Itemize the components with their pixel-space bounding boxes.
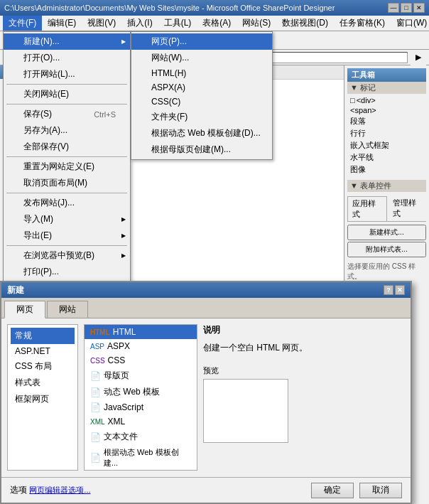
tag-para-label: 段落	[350, 116, 366, 127]
menu-tools[interactable]: 工具(L)	[158, 16, 197, 31]
menu-open-item[interactable]: 打开(O)...	[4, 50, 130, 66]
menu-save-item[interactable]: 保存(S) Ctrl+S	[4, 106, 130, 122]
submenu-css[interactable]: CSS(C)	[131, 95, 272, 109]
dialog-footer: 选项 网页编辑器选项... 确定 取消	[1, 477, 411, 503]
filetype-build-dynamic[interactable]: 📄 根据动态 Web 模板创建...	[85, 445, 197, 471]
tags-title: ▼ 标记	[347, 82, 426, 94]
build-dynamic-icon: 📄	[90, 453, 101, 463]
editor-options-link[interactable]: 网页编辑器选项...	[29, 486, 90, 494]
menu-file[interactable]: 文件(F)	[3, 16, 42, 31]
tag-div-icon: □	[350, 96, 355, 104]
attach-stylesheet-btn[interactable]: 附加样式表...	[347, 242, 426, 257]
filetype-js[interactable]: 📄 JavaScript	[85, 400, 197, 414]
menu-closesite-item[interactable]: 关闭网站(E)	[4, 86, 130, 102]
filetype-dynamic[interactable]: 📄 动态 Web 模板	[85, 384, 197, 400]
filetype-aspx[interactable]: ASP ASPX	[85, 339, 197, 353]
tag-img[interactable]: 图像	[347, 163, 426, 176]
maximize-button[interactable]: □	[401, 3, 412, 13]
footer-left: 选项 网页编辑器选项...	[10, 484, 91, 496]
close-button[interactable]: ✕	[413, 3, 425, 13]
tag-span[interactable]: <span>	[347, 105, 426, 115]
js-label: JavaScript	[104, 402, 143, 412]
submenu-webpage[interactable]: 网页(P)...	[131, 33, 272, 50]
dialog-ok-btn[interactable]: 确定	[311, 483, 354, 498]
filetype-css[interactable]: CSS CSS	[85, 353, 197, 368]
menu-opensite-item[interactable]: 打开网站(L)...	[4, 66, 130, 82]
menu-preview-item[interactable]: 在浏览器中预览(B)	[4, 247, 130, 264]
footer-buttons: 确定 取消	[311, 483, 402, 498]
filetype-xml[interactable]: XML XML	[85, 414, 197, 429]
sep2	[6, 104, 127, 104]
dialog-tab-webpage[interactable]: 网页	[4, 301, 45, 318]
xml-label: XML	[108, 417, 126, 427]
menu-bar: 文件(F) 编辑(E) 视图(V) 插入(I) 工具(L) 表格(A) 网站(S…	[0, 16, 429, 31]
xml-icon: XML	[90, 418, 105, 426]
tag-hr-label: 水平线	[350, 152, 374, 163]
cat-general[interactable]: 常规	[11, 328, 75, 344]
menu-print-item[interactable]: 打印(P)...	[4, 264, 130, 280]
dialog-close-btn[interactable]: ✕	[395, 285, 405, 295]
menu-resetsite-item[interactable]: 重置为网站定义(E)	[4, 159, 130, 175]
submenu-html[interactable]: HTML(H)	[131, 66, 272, 80]
options-label: 选项	[10, 485, 27, 495]
sep1	[6, 84, 127, 85]
menu-taskpane[interactable]: 任务窗格(K)	[334, 16, 391, 31]
dialog-cancel-btn[interactable]: 取消	[359, 483, 402, 498]
menu-insert[interactable]: 插入(I)	[121, 16, 158, 31]
tag-line[interactable]: 行行	[347, 127, 426, 139]
tag-iframe[interactable]: 嵌入式框架	[347, 139, 426, 151]
submenu-folder[interactable]: 文件夹(F)	[131, 109, 272, 125]
menu-table[interactable]: 表格(A)	[197, 16, 237, 31]
tag-para[interactable]: 段落	[347, 115, 426, 127]
dialog-description-area: 说明 创建一个空白 HTML 网页。 预览	[203, 324, 405, 471]
menu-dataview[interactable]: 数据视图(D)	[276, 16, 334, 31]
dialog-categories: 常规 ASP.NET CSS 布局 样式表 框架网页	[7, 324, 78, 471]
tab-manage-style[interactable]: 管理样式	[389, 196, 427, 221]
minimize-button[interactable]: —	[388, 3, 399, 13]
tags-section: ▼ 标记 □ <div> <span> 段落 行行 嵌入式框架 水平线 图像	[347, 82, 426, 176]
submenu-master-page[interactable]: 根据母版页创建(M)...	[131, 141, 272, 158]
aspx-label: ASPX	[107, 341, 130, 351]
menu-edit[interactable]: 编辑(E)	[42, 16, 82, 31]
menu-export-item[interactable]: 导出(E)	[4, 227, 130, 244]
menu-new-item[interactable]: 新建(N)...	[4, 33, 130, 50]
tag-hr[interactable]: 水平线	[347, 151, 426, 163]
new-style-btn[interactable]: 新建样式...	[347, 225, 426, 240]
menu-import-item[interactable]: 导入(M)	[4, 211, 130, 227]
filetype-html[interactable]: HTML HTML	[85, 325, 197, 339]
dialog-title-text: 新建	[7, 284, 24, 296]
desc-title: 说明	[203, 324, 405, 336]
new-submenu: 网页(P)... 网站(W)... HTML(H) ASPX(A) CSS(C)…	[131, 31, 273, 160]
menu-publish-item[interactable]: 发布网站(J)...	[4, 195, 130, 211]
dialog-tab-website[interactable]: 网站	[47, 301, 88, 318]
html-label: HTML	[113, 327, 136, 337]
menu-cancellayout-item[interactable]: 取消页面布局(M)	[4, 175, 130, 191]
cat-frames[interactable]: 框架网页	[11, 391, 75, 407]
filetype-txt[interactable]: 📄 文本文件	[85, 429, 197, 445]
submenu-dynamic-template[interactable]: 根据动态 Web 模板创建(D)...	[131, 125, 272, 141]
menu-saveall-item[interactable]: 全部保存(V)	[4, 139, 130, 155]
dialog-help-btn[interactable]: ?	[384, 285, 393, 295]
menu-saveas-item[interactable]: 另存为(A)...	[4, 122, 130, 139]
menu-site[interactable]: 网站(S)	[237, 16, 276, 31]
submenu-website[interactable]: 网站(W)...	[131, 50, 272, 66]
submenu-aspx[interactable]: ASPX(A)	[131, 80, 272, 95]
tag-div[interactable]: □ <div>	[347, 95, 426, 105]
dialog-tabs: 网页 网站	[1, 298, 411, 318]
sep4	[6, 193, 127, 193]
dialog-body: 常规 ASP.NET CSS 布局 样式表 框架网页 HTML HTML ASP…	[1, 318, 411, 476]
html-icon: HTML	[90, 328, 110, 336]
cat-aspnet[interactable]: ASP.NET	[11, 344, 75, 358]
tag-iframe-label: 嵌入式框架	[350, 140, 389, 151]
tag-div-label: <div>	[357, 96, 376, 104]
tab-apply-style[interactable]: 应用样式	[347, 196, 387, 221]
form-section: ▼ 表单控件	[347, 180, 426, 192]
txt-icon: 📄	[90, 432, 101, 442]
dialog-title-bar: 新建 ? ✕	[1, 282, 411, 298]
filetype-master[interactable]: 📄 母版页	[85, 368, 197, 384]
menu-view[interactable]: 视图(V)	[82, 16, 121, 31]
menu-window[interactable]: 窗口(W)	[391, 16, 429, 31]
cat-css[interactable]: CSS 布局	[11, 358, 75, 375]
address-go[interactable]: ▶	[411, 50, 426, 65]
cat-stylesheet[interactable]: 样式表	[11, 375, 75, 391]
